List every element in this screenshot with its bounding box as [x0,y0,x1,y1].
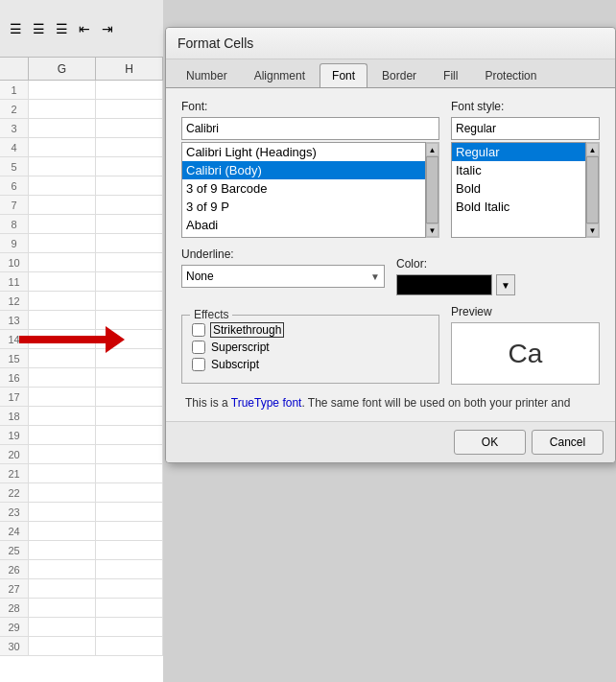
table-row: 12 [0,292,163,311]
font-list-item[interactable]: 3 of 9 Barcode [182,179,425,198]
cell-g[interactable] [29,368,96,387]
scroll-thumb[interactable] [426,156,438,223]
cell-g[interactable] [29,157,96,176]
style-list-item-italic[interactable]: Italic [452,161,585,179]
underline-select[interactable]: None ▼ [181,265,385,288]
strikethrough-checkbox[interactable] [192,323,205,337]
cell-g[interactable] [29,483,96,502]
font-list[interactable]: Calibri Light (Headings) Calibri (Body) … [181,142,426,238]
cell-g[interactable] [29,119,96,137]
cell-g[interactable] [29,292,96,310]
font-list-scrollbar[interactable]: ▲ ▼ [426,142,439,238]
cell-h[interactable] [96,618,163,636]
cell-h[interactable] [96,196,163,214]
cell-h[interactable] [96,81,163,99]
cell-g[interactable] [29,138,96,156]
cell-h[interactable] [96,176,163,195]
cell-g[interactable] [29,464,96,482]
tab-alignment[interactable]: Alignment [242,63,318,87]
cell-g[interactable] [29,637,96,655]
cell-g[interactable] [29,272,96,291]
tab-protection[interactable]: Protection [472,63,549,87]
cell-h[interactable] [96,445,163,463]
cell-h[interactable] [96,560,163,578]
cell-g[interactable] [29,522,96,540]
cell-h[interactable] [96,272,163,291]
font-list-item[interactable]: Calibri Light (Headings) [182,143,425,161]
style-list-item-bold[interactable]: Bold [452,179,585,198]
style-list-item-bolditalic[interactable]: Bold Italic [452,198,585,216]
cell-g[interactable] [29,426,96,444]
align-right-icon[interactable]: ☰ [52,20,71,37]
cell-h[interactable] [96,368,163,387]
cell-h[interactable] [96,138,163,156]
tab-font[interactable]: Font [320,63,367,87]
color-dropdown-btn[interactable]: ▼ [496,274,515,295]
cell-g[interactable] [29,388,96,406]
cell-g[interactable] [29,579,96,598]
cell-h[interactable] [96,599,163,617]
scroll-down-btn[interactable]: ▼ [426,223,438,237]
cell-h[interactable] [96,503,163,521]
font-list-item[interactable]: Abadi [182,216,425,234]
cell-h[interactable] [96,637,163,655]
align-left-icon[interactable]: ☰ [6,20,25,37]
style-list-scrollbar[interactable]: ▲ ▼ [586,142,600,238]
style-scroll-down-btn[interactable]: ▼ [586,223,599,237]
style-input[interactable] [451,117,600,140]
table-row: 1 [0,81,163,100]
truetype-link[interactable]: TrueType font [231,396,302,410]
indent-decrease-icon[interactable]: ⇤ [75,20,94,37]
font-list-item[interactable]: 3 of 9 P [182,198,425,216]
cell-g[interactable] [29,81,96,99]
cell-h[interactable] [96,426,163,444]
cell-h[interactable] [96,100,163,118]
cell-g[interactable] [29,196,96,214]
cell-g[interactable] [29,560,96,578]
cell-h[interactable] [96,157,163,176]
cell-g[interactable] [29,215,96,233]
cell-h[interactable] [96,234,163,252]
tab-border[interactable]: Border [369,63,429,87]
style-list-item-regular[interactable]: Regular [452,143,585,161]
cancel-button[interactable]: Cancel [532,430,604,455]
cell-g[interactable] [29,503,96,521]
cell-h[interactable] [96,464,163,482]
cell-g[interactable] [29,253,96,271]
superscript-checkbox[interactable] [192,341,205,354]
cell-h[interactable] [96,292,163,310]
cell-g[interactable] [29,445,96,463]
style-scroll-thumb[interactable] [586,156,599,223]
cell-g[interactable] [29,234,96,252]
cell-g[interactable] [29,541,96,559]
tab-number[interactable]: Number [174,63,240,87]
style-list[interactable]: Regular Italic Bold Bold Italic [451,142,586,238]
cell-h[interactable] [96,579,163,598]
cell-h[interactable] [96,522,163,540]
tab-fill[interactable]: Fill [431,63,470,87]
style-scroll-up-btn[interactable]: ▲ [586,143,599,156]
cell-g[interactable] [29,176,96,195]
cell-g[interactable] [29,407,96,425]
cell-g[interactable] [29,618,96,636]
ok-button[interactable]: OK [454,430,526,455]
cell-g[interactable] [29,100,96,118]
cell-h[interactable] [96,388,163,406]
cell-h[interactable] [96,483,163,502]
cell-h[interactable] [96,253,163,271]
indent-increase-icon[interactable]: ⇥ [98,20,117,37]
align-center-icon[interactable]: ☰ [29,20,48,37]
cell-h[interactable] [96,119,163,137]
font-list-item-selected[interactable]: Calibri (Body) [182,161,425,179]
cell-h[interactable] [96,407,163,425]
cell-g[interactable] [29,599,96,617]
color-swatch[interactable] [396,274,492,295]
subscript-checkbox[interactable] [192,358,205,371]
scroll-up-btn[interactable]: ▲ [426,143,438,156]
font-list-item[interactable]: Abadi Extra Light [182,234,425,238]
col-header-h[interactable]: H [96,58,163,80]
cell-h[interactable] [96,215,163,233]
cell-h[interactable] [96,541,163,559]
col-header-g[interactable]: G [29,58,96,80]
font-input[interactable] [181,117,439,140]
